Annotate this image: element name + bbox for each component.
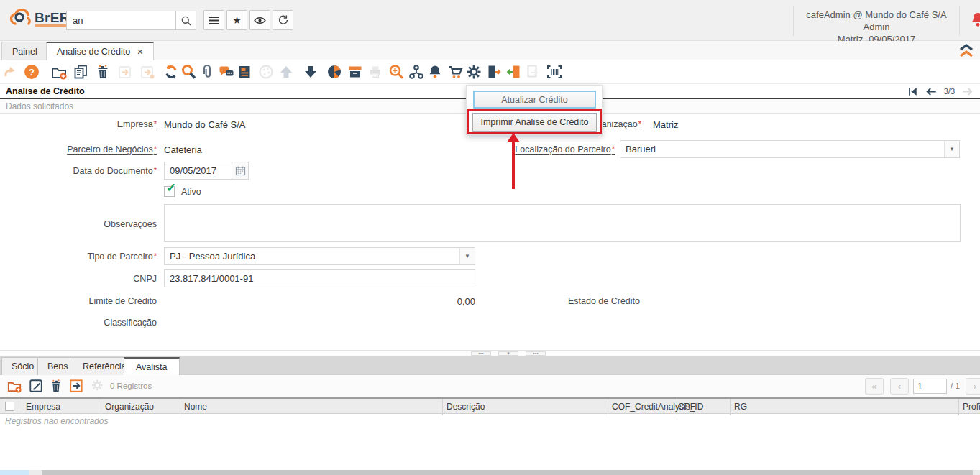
localizacao-input[interactable] bbox=[620, 140, 945, 158]
chevron-down-icon: ▼ bbox=[949, 146, 955, 152]
user-session-line1: cafeAdmin @ Mundo do Café S/A Admin bbox=[801, 9, 952, 33]
history-button[interactable] bbox=[273, 10, 293, 30]
import-door-icon[interactable] bbox=[506, 64, 522, 80]
calendar-icon bbox=[235, 165, 246, 176]
detail-tab-avalista[interactable]: Avalista bbox=[124, 357, 180, 375]
notification-bell-icon[interactable] bbox=[971, 11, 980, 29]
observacoes-textarea[interactable] bbox=[164, 204, 961, 242]
archive-icon[interactable] bbox=[347, 64, 363, 80]
process-gear-icon[interactable] bbox=[466, 64, 482, 80]
chart-icon[interactable] bbox=[326, 64, 342, 80]
splitter-collapse-handle[interactable]: ▾ bbox=[498, 351, 518, 356]
tab-analise-de-credito[interactable]: Analise de Crédito ✕ bbox=[46, 42, 154, 60]
column-header-rg[interactable]: RG bbox=[734, 402, 747, 412]
report-icon[interactable] bbox=[237, 64, 252, 80]
column-header-nome[interactable]: Nome bbox=[184, 402, 207, 412]
shopping-cart-icon[interactable] bbox=[447, 64, 463, 80]
svg-text:?: ? bbox=[29, 67, 35, 78]
data-documento-label: Data do Documento bbox=[0, 166, 157, 176]
first-page-button[interactable]: « bbox=[865, 378, 884, 395]
copy-record-icon[interactable] bbox=[73, 64, 88, 80]
tab-painel[interactable]: Painel bbox=[1, 42, 48, 60]
page-total: / 1 bbox=[951, 382, 960, 390]
localizacao-label[interactable]: Localização do Parceiro bbox=[458, 144, 615, 155]
double-chevron-up-icon bbox=[957, 42, 976, 60]
find-record-icon[interactable] bbox=[180, 64, 196, 80]
close-tab-icon[interactable]: ✕ bbox=[137, 47, 143, 57]
tipo-parceiro-input[interactable] bbox=[164, 247, 460, 265]
column-header-profissao[interactable]: Profis bbox=[963, 402, 980, 412]
export-file-icon bbox=[525, 64, 541, 80]
workflow-icon[interactable] bbox=[408, 64, 424, 80]
column-header-descricao[interactable]: Descrição bbox=[447, 402, 485, 412]
previous-record-icon[interactable] bbox=[925, 86, 938, 97]
save-record-icon bbox=[117, 64, 133, 80]
delete-row-icon[interactable] bbox=[49, 379, 63, 393]
global-search-input[interactable] bbox=[66, 11, 175, 30]
window-title: Analise de Crédito bbox=[6, 86, 85, 96]
column-header-organizacao[interactable]: Organização bbox=[105, 402, 154, 412]
empty-table-message: Registros não encontrados bbox=[5, 416, 108, 426]
collapse-header-button[interactable] bbox=[957, 42, 976, 62]
previous-page-button[interactable]: ‹ bbox=[890, 378, 909, 395]
detail-toolbar: 0 Registros « ‹ / 1 › bbox=[0, 375, 980, 397]
next-page-button[interactable]: › bbox=[966, 378, 980, 395]
zoom-across-icon[interactable] bbox=[388, 64, 404, 80]
splitter-grip[interactable]: ••• bbox=[471, 351, 491, 356]
star-icon: ★ bbox=[232, 14, 242, 26]
tipo-parceiro-dropdown-button[interactable]: ▼ bbox=[459, 247, 475, 265]
limite-credito-label: Limite de Crédito bbox=[0, 296, 157, 306]
organizacao-value: Matriz bbox=[653, 119, 678, 130]
undo-changes-icon bbox=[2, 64, 18, 80]
atualizar-credito-button[interactable]: Atualizar Crédito bbox=[473, 91, 596, 109]
edit-row-icon[interactable] bbox=[29, 379, 43, 393]
menu-button[interactable] bbox=[203, 10, 224, 30]
view-button[interactable] bbox=[249, 10, 270, 30]
calendar-button[interactable] bbox=[232, 162, 249, 180]
next-record-icon bbox=[961, 86, 974, 97]
tab-painel-label: Painel bbox=[12, 47, 37, 57]
top-header: BrERP ★ cafeAdmin @ Mundo do Café S/A Ad… bbox=[0, 0, 980, 41]
alerts-bell-icon[interactable] bbox=[427, 64, 443, 80]
check-icon: ✓ bbox=[166, 183, 176, 193]
favorites-button[interactable]: ★ bbox=[226, 10, 247, 30]
select-all-checkbox[interactable] bbox=[5, 402, 14, 411]
localizacao-dropdown-button[interactable]: ▼ bbox=[944, 140, 960, 158]
pane-splitter[interactable]: ••• ▾ ••• bbox=[0, 350, 980, 356]
tipo-parceiro-label: Tipo de Parceiro bbox=[0, 252, 157, 262]
desktop-tabbar: Painel Analise de Crédito ✕ bbox=[0, 41, 980, 60]
estado-credito-label: Estado de Crédito bbox=[503, 296, 640, 306]
parent-record-icon bbox=[278, 64, 294, 80]
horizontal-scrollbar-thumb[interactable] bbox=[42, 470, 973, 475]
open-in-form-icon[interactable] bbox=[69, 379, 83, 393]
help-icon[interactable]: ? bbox=[24, 64, 40, 80]
column-header-empresa[interactable]: Empresa bbox=[26, 402, 60, 412]
eye-icon bbox=[254, 16, 266, 25]
user-session-info[interactable]: cafeAdmin @ Mundo do Café S/A Admin Matr… bbox=[793, 6, 960, 36]
limite-credito-value: 0,00 bbox=[388, 296, 475, 307]
record-navigation: 3/3 bbox=[907, 84, 974, 98]
history-icon bbox=[278, 14, 289, 26]
new-record-icon[interactable] bbox=[51, 64, 67, 80]
search-button[interactable] bbox=[175, 11, 196, 30]
ativo-label: Ativo bbox=[181, 187, 201, 197]
new-row-icon[interactable] bbox=[7, 379, 22, 393]
detail-record-icon[interactable] bbox=[303, 64, 319, 80]
requery-icon[interactable] bbox=[163, 64, 179, 80]
attachment-icon[interactable] bbox=[199, 64, 215, 80]
splitter-grip[interactable]: ••• bbox=[526, 351, 546, 356]
exit-door-icon[interactable] bbox=[486, 64, 502, 80]
empresa-label[interactable]: Empresa bbox=[0, 119, 157, 129]
cnpj-input[interactable] bbox=[164, 269, 475, 287]
chat-icon[interactable] bbox=[219, 64, 234, 80]
observacoes-label: Observações bbox=[0, 219, 157, 229]
cnpj-label: CNPJ bbox=[0, 274, 157, 284]
detail-table-header: Empresa Organização Nome Descrição COF_C… bbox=[0, 397, 980, 414]
column-header-cpf[interactable]: CPF bbox=[678, 402, 695, 412]
parceiro-label[interactable]: Parceiro de Negócios bbox=[0, 144, 157, 155]
first-record-icon[interactable] bbox=[907, 86, 918, 97]
barcode-icon[interactable] bbox=[546, 64, 562, 80]
delete-record-icon[interactable] bbox=[95, 64, 111, 80]
data-documento-input[interactable] bbox=[164, 162, 232, 180]
page-number-input[interactable] bbox=[913, 379, 947, 394]
